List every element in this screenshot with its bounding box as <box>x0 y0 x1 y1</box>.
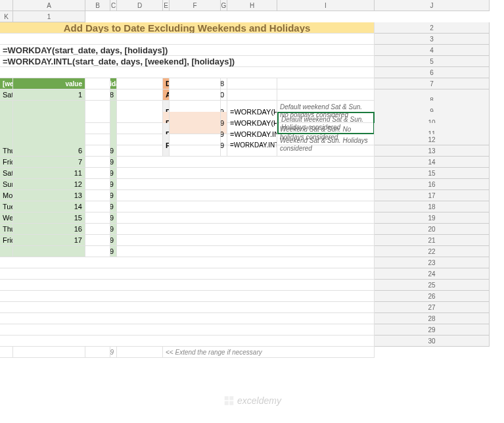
weekend-val-8[interactable]: 12 <box>13 179 85 190</box>
date-label: Date <box>163 78 170 89</box>
weekend-9[interactable]: Monday Only <box>0 190 13 201</box>
holiday-12[interactable]: 28-Nov-19 <box>110 224 117 235</box>
weekend-6[interactable]: Friday, Saturday <box>0 157 13 168</box>
weekend-val-11[interactable]: 15 <box>13 212 85 224</box>
holiday-13[interactable]: 29-Nov-19 <box>110 235 117 246</box>
col-J[interactable]: J <box>375 0 490 11</box>
adddays-value[interactable]: 100 <box>221 89 227 101</box>
col-C[interactable]: C <box>110 0 117 11</box>
weekend-val-6[interactable]: 7 <box>13 157 85 168</box>
weekend-0[interactable]: Saturday, Sunday <box>0 89 13 101</box>
holiday-6[interactable]: 27-May-19 <box>110 157 117 168</box>
row-18[interactable]: 18 <box>375 201 490 212</box>
weekend-8[interactable]: Sunday Only <box>0 179 13 190</box>
row-23[interactable]: 23 <box>375 257 490 268</box>
row-27[interactable]: 27 <box>375 302 490 313</box>
row-26[interactable]: 26 <box>375 291 490 302</box>
col-D[interactable]: D <box>117 0 163 11</box>
weekend-val-9[interactable]: 13 <box>13 190 85 201</box>
row-15[interactable]: 15 <box>375 168 490 179</box>
row-22[interactable]: 22 <box>375 246 490 257</box>
col-E[interactable]: E <box>163 0 170 11</box>
row-30[interactable]: 30 <box>375 336 490 347</box>
formula-workday: =WORKDAY(start_date, days, [holidays]) <box>0 45 375 56</box>
row-21[interactable]: 21 <box>375 235 490 246</box>
col-A[interactable]: A <box>13 0 85 11</box>
holiday-10[interactable]: 14-Oct-19 <box>110 201 117 212</box>
holiday-11[interactable]: 11-Nov-19 <box>110 212 117 224</box>
weekend-header: [weekend] <box>0 78 13 89</box>
col-K[interactable]: K <box>0 11 13 22</box>
row-14[interactable]: 14 <box>375 157 490 168</box>
date-value[interactable]: 18-Dec-18 <box>221 78 227 89</box>
row-17[interactable]: 17 <box>375 190 490 201</box>
holiday-14[interactable]: 25-Dec-19 <box>110 246 117 257</box>
weekend-7[interactable]: Saturday Only <box>0 168 13 179</box>
row-2[interactable]: 2 <box>375 22 490 34</box>
holiday-5[interactable]: 12-May-19 <box>110 145 117 157</box>
weekend-10[interactable]: Tuesday Only <box>0 201 13 212</box>
weekend-val-12[interactable]: 16 <box>13 224 85 235</box>
adddays-label: Add Days <box>163 89 170 101</box>
row-20[interactable]: 20 <box>375 224 490 235</box>
col-B[interactable]: B <box>85 0 110 11</box>
row-12[interactable]: 12 <box>375 134 490 145</box>
row-6[interactable]: 6 <box>375 67 490 78</box>
weekend-val-0[interactable]: 1 <box>13 89 85 101</box>
row-5[interactable]: 5 <box>375 56 490 67</box>
corner <box>0 0 13 11</box>
formula-workday-intl: =WORKDAY.INTL(start_date, days, [weekend… <box>0 56 375 67</box>
page-title: Add Days to Date Excluding Weekends and … <box>0 22 375 34</box>
holiday-8[interactable]: 4-Jul-19 <box>110 179 117 190</box>
holiday-9[interactable]: 2-Sep-19 <box>110 190 117 201</box>
footer-label: [holidays] = E7:E29 <box>110 347 117 358</box>
weekend-13[interactable]: Friday Only <box>0 235 13 246</box>
weekend-11[interactable]: Wednesday Only <box>0 212 13 224</box>
weekend-12[interactable]: Thursday Only <box>0 224 13 235</box>
row-28[interactable]: 28 <box>375 313 490 324</box>
weekend-val-10[interactable]: 14 <box>13 201 85 212</box>
row-1[interactable]: 1 <box>13 11 85 22</box>
row-7[interactable]: 7 <box>375 78 490 89</box>
value-header: value <box>13 78 85 89</box>
row-3[interactable]: 3 <box>375 34 490 45</box>
col-G[interactable]: G <box>221 0 227 11</box>
col-H[interactable]: H <box>227 0 277 11</box>
row-13[interactable]: 13 <box>375 145 490 157</box>
holidays-header: [holidays] <box>110 78 117 89</box>
row-25[interactable]: 25 <box>375 280 490 291</box>
weekend-5[interactable]: Thursday, Friday <box>0 145 13 157</box>
row-16[interactable]: 16 <box>375 179 490 190</box>
weekend-val-5[interactable]: 6 <box>13 145 85 157</box>
weekend-val-7[interactable]: 11 <box>13 168 85 179</box>
footer-note: << Extend the range if necessary <box>163 347 375 358</box>
col-F[interactable]: F <box>170 0 221 11</box>
holiday-7[interactable]: 16-Jun-19 <box>110 168 117 179</box>
row-24[interactable]: 24 <box>375 268 490 280</box>
col-I[interactable]: I <box>277 0 375 11</box>
row-19[interactable]: 19 <box>375 212 490 224</box>
holiday-0[interactable]: 25-Dec-18 <box>110 89 117 101</box>
row-29[interactable]: 29 <box>375 324 490 336</box>
watermark: exceldemy <box>223 395 281 407</box>
row-4[interactable]: 4 <box>375 45 490 56</box>
weekend-val-13[interactable]: 17 <box>13 235 85 246</box>
